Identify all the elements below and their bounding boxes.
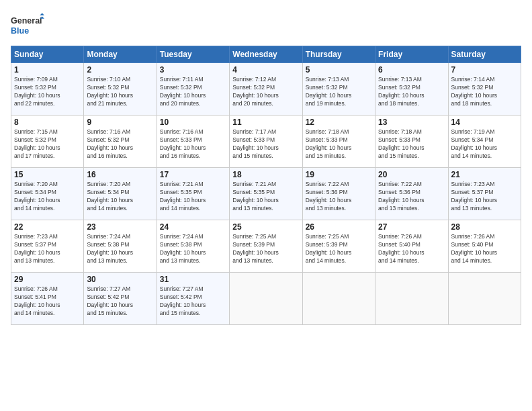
day-info: Sunrise: 7:11 AM Sunset: 5:32 PM Dayligh… xyxy=(160,76,226,108)
day-number: 5 xyxy=(306,65,372,75)
col-header-thursday: Thursday xyxy=(302,46,375,63)
week-row-1: 1Sunrise: 7:09 AM Sunset: 5:32 PM Daylig… xyxy=(11,63,521,116)
calendar-cell: 26Sunrise: 7:25 AM Sunset: 5:39 PM Dayli… xyxy=(302,220,375,273)
day-number: 29 xyxy=(14,275,81,284)
col-header-sunday: Sunday xyxy=(11,46,84,63)
day-info: Sunrise: 7:17 AM Sunset: 5:33 PM Dayligh… xyxy=(232,128,299,161)
day-info: Sunrise: 7:21 AM Sunset: 5:35 PM Dayligh… xyxy=(232,181,299,213)
week-row-5: 29Sunrise: 7:26 AM Sunset: 5:41 PM Dayli… xyxy=(11,273,521,325)
week-row-4: 22Sunrise: 7:23 AM Sunset: 5:37 PM Dayli… xyxy=(11,220,521,273)
day-info: Sunrise: 7:18 AM Sunset: 5:33 PM Dayligh… xyxy=(378,128,445,161)
calendar-page: General Blue SundayMondayTuesdayWednesda… xyxy=(0,0,532,411)
day-number: 3 xyxy=(160,65,226,75)
day-number: 27 xyxy=(378,222,445,232)
calendar-cell: 15Sunrise: 7:20 AM Sunset: 5:34 PM Dayli… xyxy=(11,168,84,220)
week-row-3: 15Sunrise: 7:20 AM Sunset: 5:34 PM Dayli… xyxy=(11,168,521,220)
day-info: Sunrise: 7:26 AM Sunset: 5:40 PM Dayligh… xyxy=(451,233,518,265)
day-info: Sunrise: 7:14 AM Sunset: 5:32 PM Dayligh… xyxy=(451,76,518,108)
day-number: 31 xyxy=(160,275,226,284)
day-info: Sunrise: 7:22 AM Sunset: 5:36 PM Dayligh… xyxy=(306,181,372,213)
day-number: 19 xyxy=(306,170,372,179)
day-number: 16 xyxy=(87,170,153,179)
day-number: 4 xyxy=(232,65,299,75)
day-number: 18 xyxy=(232,170,299,179)
day-number: 1 xyxy=(14,65,81,75)
day-info: Sunrise: 7:21 AM Sunset: 5:35 PM Dayligh… xyxy=(160,181,226,213)
calendar-cell: 5Sunrise: 7:13 AM Sunset: 5:32 PM Daylig… xyxy=(302,63,375,116)
calendar-cell: 24Sunrise: 7:24 AM Sunset: 5:38 PM Dayli… xyxy=(157,220,229,273)
header-row: SundayMondayTuesdayWednesdayThursdayFrid… xyxy=(11,46,521,63)
day-info: Sunrise: 7:26 AM Sunset: 5:41 PM Dayligh… xyxy=(14,285,81,318)
calendar-cell: 22Sunrise: 7:23 AM Sunset: 5:37 PM Dayli… xyxy=(11,220,84,273)
day-info: Sunrise: 7:13 AM Sunset: 5:32 PM Dayligh… xyxy=(378,76,445,108)
day-info: Sunrise: 7:26 AM Sunset: 5:40 PM Dayligh… xyxy=(378,233,445,265)
svg-marker-2 xyxy=(40,13,44,15)
calendar-cell: 11Sunrise: 7:17 AM Sunset: 5:33 PM Dayli… xyxy=(230,116,302,168)
day-info: Sunrise: 7:13 AM Sunset: 5:32 PM Dayligh… xyxy=(306,76,372,108)
day-number: 7 xyxy=(451,65,518,75)
calendar-cell: 8Sunrise: 7:15 AM Sunset: 5:32 PM Daylig… xyxy=(11,116,84,168)
day-info: Sunrise: 7:16 AM Sunset: 5:33 PM Dayligh… xyxy=(160,128,226,161)
col-header-monday: Monday xyxy=(84,46,157,63)
calendar-cell: 3Sunrise: 7:11 AM Sunset: 5:32 PM Daylig… xyxy=(157,63,229,116)
calendar-cell: 13Sunrise: 7:18 AM Sunset: 5:33 PM Dayli… xyxy=(375,116,448,168)
calendar-cell xyxy=(230,273,302,325)
day-info: Sunrise: 7:19 AM Sunset: 5:34 PM Dayligh… xyxy=(451,128,518,161)
day-number: 25 xyxy=(232,222,299,232)
day-number: 9 xyxy=(87,118,153,127)
day-number: 2 xyxy=(87,65,153,75)
calendar-cell xyxy=(375,273,448,325)
day-number: 28 xyxy=(451,222,518,232)
calendar-cell: 17Sunrise: 7:21 AM Sunset: 5:35 PM Dayli… xyxy=(157,168,229,220)
day-info: Sunrise: 7:09 AM Sunset: 5:32 PM Dayligh… xyxy=(14,76,81,108)
day-info: Sunrise: 7:22 AM Sunset: 5:36 PM Dayligh… xyxy=(378,181,445,213)
calendar-cell: 23Sunrise: 7:24 AM Sunset: 5:38 PM Dayli… xyxy=(84,220,157,273)
col-header-friday: Friday xyxy=(375,46,448,63)
calendar-cell: 30Sunrise: 7:27 AM Sunset: 5:42 PM Dayli… xyxy=(84,273,157,325)
day-number: 26 xyxy=(306,222,372,232)
day-info: Sunrise: 7:16 AM Sunset: 5:32 PM Dayligh… xyxy=(87,128,153,161)
calendar-cell: 19Sunrise: 7:22 AM Sunset: 5:36 PM Dayli… xyxy=(302,168,375,220)
day-info: Sunrise: 7:25 AM Sunset: 5:39 PM Dayligh… xyxy=(232,233,299,265)
calendar-cell: 16Sunrise: 7:20 AM Sunset: 5:34 PM Dayli… xyxy=(84,168,157,220)
calendar-cell: 1Sunrise: 7:09 AM Sunset: 5:32 PM Daylig… xyxy=(11,63,84,116)
calendar-cell: 14Sunrise: 7:19 AM Sunset: 5:34 PM Dayli… xyxy=(448,116,521,168)
day-number: 21 xyxy=(451,170,518,179)
day-info: Sunrise: 7:18 AM Sunset: 5:33 PM Dayligh… xyxy=(306,128,372,161)
day-number: 20 xyxy=(378,170,445,179)
col-header-wednesday: Wednesday xyxy=(230,46,302,63)
calendar-cell: 12Sunrise: 7:18 AM Sunset: 5:33 PM Dayli… xyxy=(302,116,375,168)
calendar-cell: 9Sunrise: 7:16 AM Sunset: 5:32 PM Daylig… xyxy=(84,116,157,168)
day-number: 10 xyxy=(160,118,226,127)
day-info: Sunrise: 7:20 AM Sunset: 5:34 PM Dayligh… xyxy=(87,181,153,213)
day-info: Sunrise: 7:27 AM Sunset: 5:42 PM Dayligh… xyxy=(87,285,153,318)
day-info: Sunrise: 7:27 AM Sunset: 5:42 PM Dayligh… xyxy=(160,285,226,318)
calendar-cell: 28Sunrise: 7:26 AM Sunset: 5:40 PM Dayli… xyxy=(448,220,521,273)
calendar-cell: 25Sunrise: 7:25 AM Sunset: 5:39 PM Dayli… xyxy=(230,220,302,273)
logo: General Blue xyxy=(11,11,44,39)
day-number: 24 xyxy=(160,222,226,232)
day-info: Sunrise: 7:23 AM Sunset: 5:37 PM Dayligh… xyxy=(451,181,518,213)
day-number: 11 xyxy=(232,118,299,127)
day-number: 22 xyxy=(14,222,81,232)
day-number: 13 xyxy=(378,118,445,127)
calendar-cell: 18Sunrise: 7:21 AM Sunset: 5:35 PM Dayli… xyxy=(230,168,302,220)
day-number: 8 xyxy=(14,118,81,127)
calendar-cell: 7Sunrise: 7:14 AM Sunset: 5:32 PM Daylig… xyxy=(448,63,521,116)
col-header-tuesday: Tuesday xyxy=(157,46,229,63)
calendar-cell xyxy=(448,273,521,325)
day-info: Sunrise: 7:15 AM Sunset: 5:32 PM Dayligh… xyxy=(14,128,81,161)
day-info: Sunrise: 7:12 AM Sunset: 5:32 PM Dayligh… xyxy=(232,76,299,108)
day-number: 12 xyxy=(306,118,372,127)
calendar-cell: 6Sunrise: 7:13 AM Sunset: 5:32 PM Daylig… xyxy=(375,63,448,116)
day-number: 15 xyxy=(14,170,81,179)
calendar-cell: 20Sunrise: 7:22 AM Sunset: 5:36 PM Dayli… xyxy=(375,168,448,220)
day-info: Sunrise: 7:23 AM Sunset: 5:37 PM Dayligh… xyxy=(14,233,81,265)
calendar-table: SundayMondayTuesdayWednesdayThursdayFrid… xyxy=(11,46,521,325)
calendar-cell: 27Sunrise: 7:26 AM Sunset: 5:40 PM Dayli… xyxy=(375,220,448,273)
col-header-saturday: Saturday xyxy=(448,46,521,63)
day-info: Sunrise: 7:24 AM Sunset: 5:38 PM Dayligh… xyxy=(87,233,153,265)
day-number: 14 xyxy=(451,118,518,127)
calendar-cell xyxy=(302,273,375,325)
day-number: 23 xyxy=(87,222,153,232)
